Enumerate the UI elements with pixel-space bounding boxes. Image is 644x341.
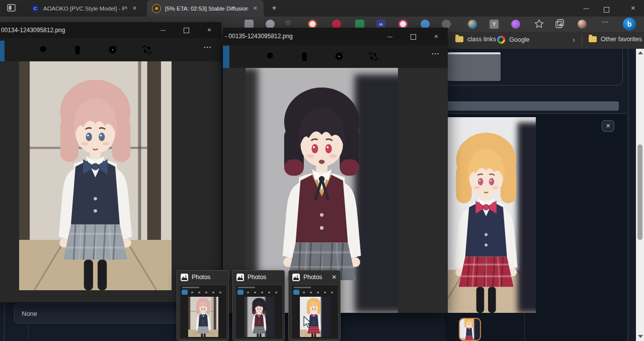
- folder-icon: [589, 36, 597, 42]
- mouse-cursor: [303, 316, 312, 329]
- photos-toolbar: ⋯: [0, 38, 221, 61]
- scrollbar-thumb[interactable]: [637, 144, 642, 240]
- extension-y-icon[interactable]: Y: [490, 20, 499, 29]
- sd-close-image-button[interactable]: ✕: [602, 120, 614, 132]
- folder-icon: [455, 36, 463, 42]
- favorites-label: class links: [467, 36, 496, 43]
- dropdown-value: None: [22, 310, 37, 317]
- extension-globe-icon[interactable]: [468, 20, 477, 29]
- sd-result-image[interactable]: [447, 117, 536, 313]
- close-icon[interactable]: ✕: [203, 27, 215, 33]
- preview-window: [235, 285, 283, 339]
- browser-tab-1[interactable]: C AOAOKO [PVC Style Model] - PV ✕: [26, 0, 143, 17]
- bing-chat-icon[interactable]: b: [623, 18, 636, 31]
- add-icon[interactable]: [242, 51, 253, 62]
- profile-avatar[interactable]: [578, 20, 587, 29]
- photo-viewer-image[interactable]: [19, 61, 172, 290]
- preview-window: [180, 285, 227, 339]
- see-all-photos-button[interactable]: [223, 46, 229, 68]
- resize-diagonal-icon[interactable]: [430, 293, 441, 304]
- photos-app-icon: [236, 274, 244, 281]
- taskbar-preview-3[interactable]: Photos ✕: [288, 270, 341, 341]
- window-title: - 00135-1243095812.png: [223, 33, 293, 40]
- sd-style-dropdown[interactable]: None: [14, 303, 181, 323]
- crop-icon[interactable]: [141, 44, 152, 55]
- photos-app-icon: [292, 274, 300, 281]
- photos-app-icon: [181, 274, 188, 281]
- favorites-item-google[interactable]: Google: [497, 36, 529, 44]
- photos-toolbar: ⋯: [223, 45, 448, 68]
- add-icon[interactable]: [15, 44, 26, 55]
- photos-window-1: 00134-1243095812.png — ✕ ⋯: [0, 22, 221, 302]
- panel-border: [628, 49, 628, 341]
- browser-maximize-button[interactable]: [604, 6, 609, 15]
- tab-title: [5% ETA: 02:53] Stable Diffusion: [165, 6, 248, 12]
- collections-icon[interactable]: [555, 19, 566, 29]
- scrollbar-up-arrow[interactable]: [638, 51, 643, 54]
- panel-border: [524, 313, 525, 341]
- rotate-icon[interactable]: [334, 51, 345, 62]
- favorites-label: Google: [509, 36, 529, 43]
- desktop: C AOAOKO [PVC Style Model] - PV ✕ ✱ [5% …: [0, 0, 644, 341]
- delete-icon[interactable]: [299, 51, 309, 62]
- zoom-in-icon[interactable]: [266, 51, 276, 62]
- browser-tab-bar: C AOAOKO [PVC Style Model] - PV ✕ ✱ [5% …: [0, 0, 644, 17]
- settings-more-icon[interactable]: ⋯: [602, 18, 608, 26]
- favorites-overflow-chevron[interactable]: ›: [573, 35, 575, 44]
- window-title: 00134-1243095812.png: [0, 27, 65, 34]
- scrollbar-down-arrow[interactable]: [638, 335, 643, 338]
- preview-app-label: Photos: [248, 274, 266, 281]
- see-all-photos-button[interactable]: [0, 41, 5, 61]
- preview-close-icon[interactable]: ✕: [332, 274, 337, 281]
- civitai-favicon: C: [31, 5, 39, 13]
- minimize-icon[interactable]: —: [157, 27, 169, 33]
- browser-tab-2[interactable]: ✱ [5% ETA: 02:53] Stable Diffusion ✕: [147, 0, 264, 17]
- favorites-label: Other favorites: [601, 36, 642, 43]
- browser-close-button[interactable]: ✕: [625, 5, 640, 12]
- see-more-icon[interactable]: ⋯: [431, 49, 439, 58]
- crop-icon[interactable]: [368, 51, 379, 62]
- extension-icon[interactable]: [511, 20, 520, 29]
- tab-title: AOAOKO [PVC Style Model] - PV: [43, 6, 127, 12]
- delete-icon[interactable]: [72, 44, 83, 55]
- minimize-icon[interactable]: —: [384, 34, 396, 39]
- window-title-bar[interactable]: 00134-1243095812.png — ✕: [0, 22, 221, 38]
- sd-button[interactable]: [448, 52, 501, 81]
- preview-app-label: Photos: [192, 274, 210, 281]
- browser-minimize-button[interactable]: —: [579, 5, 594, 11]
- maximize-icon[interactable]: [180, 28, 192, 34]
- taskbar-preview-1[interactable]: Photos: [177, 270, 229, 341]
- maximize-icon[interactable]: [407, 34, 419, 41]
- favorites-folder-class-links[interactable]: class links: [455, 36, 496, 43]
- sd-gallery-thumbnail-selected[interactable]: [459, 318, 481, 341]
- close-icon[interactable]: ✕: [430, 34, 442, 39]
- divider: [582, 35, 582, 45]
- favorites-folder-other[interactable]: Other favorites: [589, 36, 642, 43]
- new-tab-button[interactable]: +: [272, 3, 277, 13]
- tab-close-icon[interactable]: ✕: [131, 5, 138, 12]
- window-title-bar[interactable]: - 00135-1243095812.png — ✕: [223, 28, 448, 45]
- tab-actions-icon[interactable]: [7, 4, 16, 12]
- sd-progress-bar: [447, 102, 619, 111]
- favorites-star-icon[interactable]: [534, 19, 544, 29]
- preview-window: [291, 285, 339, 339]
- taskbar-preview-2[interactable]: Photos: [232, 270, 285, 341]
- tab-close-icon[interactable]: ✕: [252, 5, 259, 12]
- rotate-icon[interactable]: [107, 44, 118, 55]
- extension-star-icon[interactable]: ☆: [285, 18, 294, 27]
- zoom-in-icon[interactable]: [39, 45, 49, 55]
- stable-diffusion-favicon: ✱: [152, 4, 161, 13]
- panel-border: [4, 301, 5, 341]
- see-more-icon[interactable]: ⋯: [203, 42, 211, 52]
- preview-app-label: Photos: [303, 274, 322, 281]
- google-icon: [497, 36, 505, 44]
